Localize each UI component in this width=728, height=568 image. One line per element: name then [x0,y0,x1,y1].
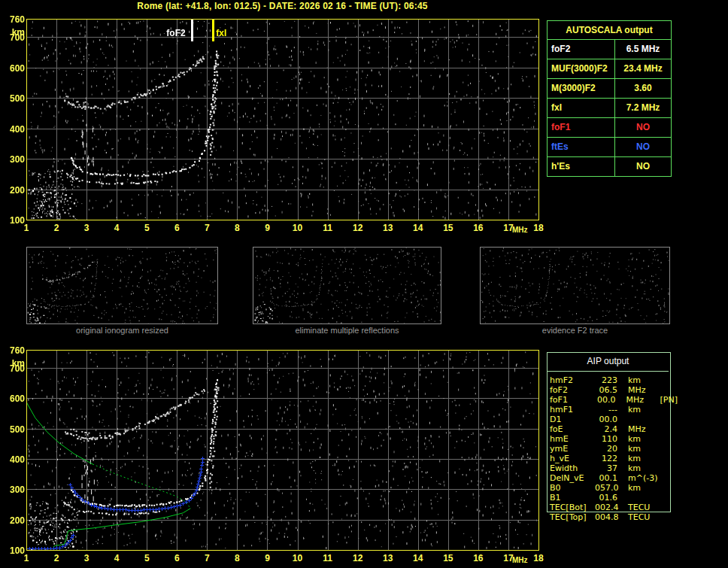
aip-param-value: 223 [595,375,617,385]
x-axis-unit-label: MHz [512,556,528,564]
autoscala-row-ftEs: ftEsNO [548,138,671,157]
aip-row-D1: D100.0 [550,415,678,424]
aip-param-label: TEC[Bot] [550,503,595,512]
autoscala-param-value: NO [615,157,671,176]
x-tick-label: 10 [288,553,308,563]
aip-table-title: AIP output [547,356,669,366]
aip-param-unit: MHz [616,395,656,405]
autoscala-param-label: MUF(3000)F2 [548,59,615,78]
y-tick-label: 400 [0,124,25,135]
thumbnail-evidence-canvas [481,248,669,323]
autoscala-row-h'Es: h'EsNO [548,157,671,176]
x-tick-label: 8 [227,223,247,233]
x-tick-label: 4 [107,553,126,563]
aip-row-Ewidth: Ewidth37km [550,463,678,473]
bottom-ionogram-plot [26,350,539,551]
thumbnail-caption-evidence: evidence F2 trace [480,326,670,335]
page-title: Rome (lat: +41.8, lon: 012.5) - DATE: 20… [26,1,538,11]
fxI-marker-line [212,20,214,41]
aip-param-value: 110 [595,434,617,444]
aip-row-hmF2: hmF2223km [550,375,678,385]
aip-param-label: h_vE [550,454,595,463]
y-tick-label: 200 [0,515,25,526]
thumbnail-eliminate-canvas [253,248,441,323]
aip-param-unit: km [617,483,658,493]
autoscala-param-label: foF2 [548,40,615,59]
fxI-marker-label: fxI [216,28,226,38]
thumbnail-evidence-f2 [480,247,670,324]
x-tick-label: 13 [378,223,398,233]
autoscala-param-value: 23.4 MHz [615,59,671,78]
y-tick-label: 500 [0,424,25,435]
x-tick-label: 2 [47,553,66,563]
aip-param-value: --- [595,405,617,415]
x-tick-label: 11 [318,553,338,563]
thumbnail-eliminate-reflections [253,247,441,324]
autoscala-param-value: 3.60 [615,79,671,98]
autoscala-row-foF1: foF1NO [548,118,671,138]
aip-param-unit [617,415,658,424]
x-tick-label: 1 [17,223,36,233]
aip-param-label: hmE [550,434,595,444]
aip-param-unit: TECU [617,503,658,512]
y-axis-unit-label: km [0,358,25,369]
aip-param-label: B0 [550,483,595,493]
thumbnail-caption-original: original ionogram resized [26,326,218,335]
x-tick-label: 6 [167,553,187,563]
thumbnail-caption-eliminate: eliminate multiple reflections [253,326,441,335]
autoscala-row-foF2: foF26.5 MHz [548,40,671,59]
x-tick-label: 14 [408,223,428,233]
x-tick-label: 4 [107,223,126,233]
thumbnail-original-canvas [27,248,217,323]
autoscala-row-M(3000)F2: M(3000)F23.60 [548,79,671,99]
autoscala-output-table: AUTOSCALA output foF26.5 MHzMUF(3000)F22… [547,20,672,177]
aip-param-label: foE [550,424,595,434]
x-tick-label: 5 [137,553,156,563]
aip-param-value: 20 [595,444,617,454]
autoscala-param-label: ftEs [548,138,615,156]
y-tick-label: 400 [0,454,25,465]
aip-table-rows: hmF2223kmfoF206.5MHzfoF100.0MHz[PN]hmF1-… [550,375,678,522]
aip-row-hmF1: hmF1---km [550,405,678,415]
y-axis-unit-label: km [0,27,25,38]
x-tick-label: 3 [77,553,96,563]
x-tick-label: 15 [438,223,458,233]
aip-param-unit: km [617,405,658,415]
aip-row-ymE: ymE20km [550,444,678,454]
aip-row-B0: B0057.0km [550,483,678,493]
aip-param-label: ymE [550,444,595,454]
x-tick-label: 3 [77,223,96,233]
aip-param-unit: MHz [617,385,658,395]
x-tick-label: 8 [227,553,247,563]
foF2-marker-line [191,20,193,41]
y-tick-label: 300 [0,484,25,495]
aip-param-unit: km [617,434,658,444]
aip-row-DelN_vE: DelN_vE00.1m^(-3) [550,473,678,483]
aip-param-unit: km [617,463,658,473]
aip-param-unit: m^(-3) [617,473,658,483]
autoscala-param-value: 6.5 MHz [615,40,671,59]
aip-param-label: hmF1 [550,405,595,415]
aip-row-h_vE: h_vE122km [550,454,678,463]
top-ionogram-plot [26,19,539,220]
x-tick-label: 9 [257,553,277,563]
x-tick-label: 15 [438,553,458,563]
x-tick-label: 12 [348,223,368,233]
aip-param-unit: km [617,444,658,454]
x-tick-label: 18 [529,553,548,563]
x-tick-label: 7 [197,553,217,563]
y-tick-label: 300 [0,154,25,165]
aip-param-value: 00.0 [595,415,617,424]
aip-param-value: 057.0 [595,483,617,493]
autoscala-param-value: 7.2 MHz [615,99,671,117]
foF2-marker-label: foF2 [166,28,185,38]
autoscala-param-value: NO [615,138,671,156]
aip-param-unit: km [617,454,658,463]
aip-row-foF2: foF206.5MHz [550,385,678,395]
autoscala-table-title: AUTOSCALA output [548,21,671,40]
y-tick-label: 760 [0,14,25,25]
x-tick-label: 10 [288,223,308,233]
x-tick-label: 7 [197,223,217,233]
aip-param-value: 2.4 [595,424,617,434]
autoscala-param-label: h'Es [548,157,615,176]
